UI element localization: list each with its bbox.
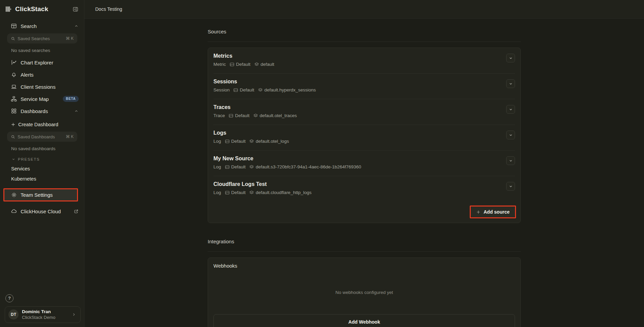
source-table: default.otel_traces [260,113,297,118]
database-icon [225,190,230,195]
source-name: Cloudflare Logs Test [213,181,500,187]
source-row-sessions[interactable]: Sessions Session Default default.hyperdx… [208,74,520,99]
chevron-down-icon [11,157,16,161]
table-stack-icon [249,190,254,195]
plus-icon [476,210,481,214]
source-name: My New Source [213,156,500,162]
section-divider [208,251,521,252]
sidebar-item-clickhouse-cloud[interactable]: ClickHouse Cloud [0,205,84,217]
expand-source-button[interactable] [506,131,515,139]
user-org: ClickStack Demo [22,315,68,320]
saved-searches-input[interactable] [18,36,63,41]
sidebar-item-chart-explorer[interactable]: Chart Explorer [0,56,84,69]
chevron-up-icon [74,24,79,28]
search-section-icon [11,23,17,29]
chevron-up-icon [74,109,79,113]
source-name: Metrics [213,53,500,59]
preset-item-services[interactable]: Services [0,164,84,174]
annotation-box-team-settings: Team Settings [3,188,78,201]
app-title: ClickStack [15,5,71,13]
create-dashboard-button[interactable]: Create Dashboard [0,119,84,130]
expand-source-button[interactable] [506,156,515,165]
source-connection: Default [231,164,246,169]
bell-icon [11,72,17,78]
sidebar-item-client-sessions[interactable]: Client Sessions [0,81,84,93]
source-connection: Default [231,139,246,144]
beta-badge: BETA [63,96,79,102]
source-table: default.cloudflare_http_logs [256,190,311,195]
sidebar-item-label: Dashboards [21,108,48,114]
saved-searches-searchbox[interactable]: ⌘ K [7,33,77,44]
sidebar-item-alerts[interactable]: Alerts [0,69,84,81]
expand-source-button[interactable] [506,105,515,114]
search-icon [11,135,15,139]
source-connection: Default [235,113,250,118]
source-connection: Default [240,87,254,92]
database-icon [229,113,233,118]
add-webhook-button[interactable]: Add Webhook [213,314,515,327]
add-source-button[interactable]: Add source [471,207,515,217]
sidebar-collapse-button[interactable] [71,5,79,13]
source-type: Metric [213,62,226,67]
source-name: Sessions [213,79,500,85]
source-name: Traces [213,104,500,110]
webhooks-card: Webhooks No webhooks configured yet Add … [208,257,521,327]
source-row-metrics[interactable]: Metrics Metric Default default [208,48,520,73]
create-dashboard-label: Create Dashboard [18,122,58,127]
sidebar: ClickStack Search ⌘ K No saved searches [0,0,84,327]
preset-item-kubernetes[interactable]: Kubernetes [0,174,84,184]
no-saved-searches-text: No saved searches [0,45,84,56]
chart-explorer-icon [11,59,17,65]
sidebar-item-label: Chart Explorer [21,60,53,65]
expand-source-button[interactable] [506,182,515,191]
webhooks-empty-state: No webhooks configured yet [213,290,515,295]
source-connection: Default [236,62,251,67]
saved-dashboards-searchbox[interactable]: ⌘ K [7,132,77,142]
source-row-cloudflare-logs-test[interactable]: Cloudflare Logs Test Log Default default… [208,176,520,201]
sidebar-item-dashboards[interactable]: Dashboards [0,105,84,117]
sidebar-item-team-settings[interactable]: Team Settings [4,189,77,200]
sidebar-item-label: Client Sessions [21,84,55,90]
main-content: Sources Metrics Metric Default default [84,19,644,327]
source-row-traces[interactable]: Traces Trace Default default.otel_traces [208,99,520,125]
sidebar-item-service-map[interactable]: Service Map BETA [0,93,84,105]
sidebar-item-search[interactable]: Search [0,20,84,32]
source-type: Session [213,87,230,92]
sources-section-title: Sources [208,29,521,34]
sitemap-icon [11,96,17,102]
plus-icon [11,122,16,127]
saved-dashboards-input[interactable] [18,134,63,139]
database-icon [233,88,238,92]
sidebar-item-label: ClickHouse Cloud [21,209,61,214]
laptop-icon [11,84,17,90]
user-menu[interactable]: DT Dominic Tran ClickStack Demo [5,306,81,323]
expand-source-button[interactable] [506,79,515,88]
source-connection: Default [231,190,246,195]
integrations-section-title: Integrations [208,239,521,244]
presets-section-toggle[interactable]: PRESETS [0,155,84,164]
sidebar-item-label: Service Map [21,96,49,102]
add-source-label: Add source [484,209,510,215]
external-link-icon [74,209,79,214]
page-title: Docs Testing [95,6,122,12]
webhooks-title: Webhooks [213,263,515,269]
shortcut-badge: ⌘ K [66,36,74,41]
no-saved-dashboards-text: No saved dashboards [0,143,84,155]
expand-source-button[interactable] [506,54,515,62]
source-row-logs[interactable]: Logs Log Default default.otel_logs [208,125,520,150]
app-logo-row: ClickStack [0,0,84,20]
table-stack-icon [254,62,259,67]
help-button[interactable]: ? [5,294,14,302]
source-type: Log [213,139,221,144]
sidebar-item-label: Team Settings [21,192,53,198]
source-type: Trace [213,113,225,118]
database-icon [225,139,230,144]
presets-label: PRESETS [18,157,40,161]
source-table: default.otel_logs [256,139,289,144]
dashboards-grid-icon [11,108,17,114]
source-row-my-new-source[interactable]: My New Source Log Default default.s3-720… [208,151,520,176]
chevron-right-icon [72,312,76,317]
source-table: default.hyperdx_sessions [264,87,316,92]
sidebar-item-label: Search [21,23,37,29]
shortcut-badge: ⌘ K [66,134,74,139]
